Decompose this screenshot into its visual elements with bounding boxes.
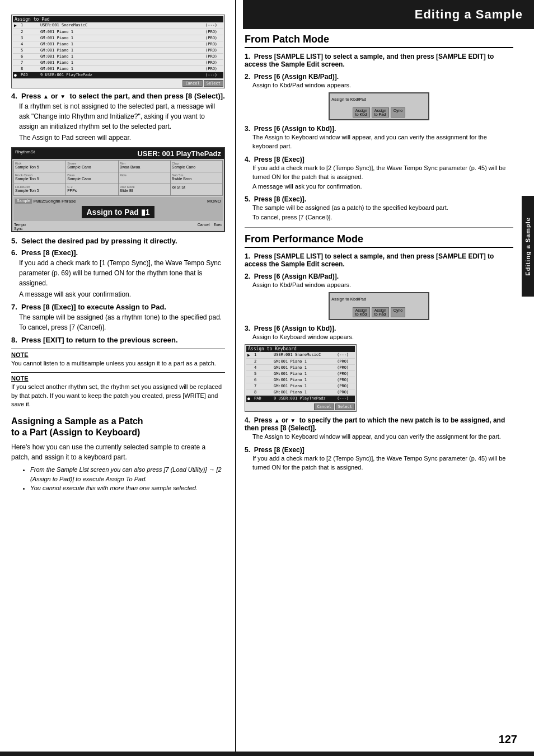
patch-step-4-note: A message will ask you for confirmation. <box>252 182 513 191</box>
patch-step-3: 3. Press [6 (Assign to Kbd)]. The Assign… <box>245 125 513 151</box>
bullet-1: From the Sample List screen you can also… <box>30 465 225 483</box>
assign-pad-label: Assign to Pad ▮1 <box>82 206 154 218</box>
kbd-pad-screen-1: Assign to Kbd/Pad Assignto Kbd Assignto … <box>245 92 513 120</box>
left-column: Assign to Pad ▶ 1 USER:001 SnareMusicC (… <box>0 0 235 752</box>
assign-keyboard-title: Assigning a Sample as a Patchto a Part (… <box>11 416 225 439</box>
kbd-screen-label-2: Assign to Kbd/Pad <box>331 295 366 301</box>
sync-btn[interactable]: Cyno <box>391 107 405 118</box>
assign-to-kbd-btn-2[interactable]: Assignto Kbd <box>353 307 370 317</box>
perf-step-5: 5. Press [8 (Exec)] If you add a check m… <box>245 446 513 472</box>
screen-row-6: 6 GM:001 Piano 1 (PRO) <box>13 54 223 60</box>
step-7-label: 7. Press [8 (Exec)] to execute Assign to… <box>11 303 225 311</box>
patch-step-2-label: 2. Press [6 (Assign KB/Pad)]. <box>245 73 513 81</box>
atk-row-6: 6 GM:001 Piano 1 (PRO) <box>246 377 355 383</box>
screen-row-1: ▶ 1 USER:001 SnareMusicC (---) <box>13 22 223 29</box>
atp-cell-disc: Disc Rock Slide Bl <box>119 184 170 195</box>
step-5-label: 5. Select the desired pad by pressing it… <box>11 237 225 245</box>
atk-row-7: 7 GM:001 Piano 1 (PRO) <box>246 383 355 389</box>
select-button[interactable]: Select <box>204 80 223 87</box>
note-box-2: NOTE If you select another rhythm set, t… <box>11 372 225 408</box>
assign-to-pad-btn-2[interactable]: Assignto Pad <box>372 307 389 317</box>
sample-tag: Sample <box>15 199 32 204</box>
from-patch-heading: From Patch Mode <box>245 34 513 48</box>
screen-row-2: 2 GM:001 Piano 1 (PRO) <box>13 29 223 35</box>
patch-step-4: 4. Press [8 (Exec)] If you add a check m… <box>245 156 513 191</box>
atk-row-1: ▶ 1 USER:001 SnareMusicC (---) <box>246 352 355 359</box>
atk-title: Assign to Keyboard <box>248 346 297 351</box>
perf-step-2-body: Assign to Kbd/Pad window appears. <box>252 280 513 290</box>
atk-select-btn[interactable]: Select <box>335 403 355 410</box>
step-4-label: 4. Press ▲ or ▼ to select the part, and … <box>11 92 225 100</box>
screen-title: Assign to Pad <box>15 17 50 22</box>
step-6: 6. Press [8 (Exec)]. If you add a check … <box>11 248 225 299</box>
bottom-bar <box>0 752 534 756</box>
atk-row-pad: ● PAD 9 USER:001 PlayThePadz (---) <box>246 396 355 402</box>
perf-step-4-body: The Assign to Keyboard window will appea… <box>252 432 513 442</box>
cancel-button[interactable]: Cancel <box>182 80 202 87</box>
assign-to-keyboard-screen: Assign to Keyboard ▶ 1 USER:001 SnareMus… <box>245 344 357 412</box>
atk-row-8: 8 GM:001 Piano 1 (PRO) <box>246 389 355 396</box>
atp-header-left: RhythmSt <box>15 149 35 158</box>
screen-buttons: Cancel Select <box>13 80 223 87</box>
bullet-2: You cannot execute this with more than o… <box>30 483 225 493</box>
atp-cell-sub: Sub 5m Bwkle Bron <box>171 172 222 184</box>
step-5: 5. Select the desired pad by pressing it… <box>11 237 225 245</box>
kbd-screen-btns-1: Assignto Kbd Assignto Pad Cyno <box>353 107 405 118</box>
assign-pad-label-wrap: Assign to Pad ▮1 <box>15 205 221 219</box>
assign-to-kbd-btn[interactable]: Assignto Kbd <box>353 107 370 118</box>
screen-row-pad: ● PAD 9 USER:001 PlayThePadz (---) <box>13 72 223 79</box>
atp-title: USER: 001 PlayThePadz <box>137 149 221 158</box>
tempo-sync-label: TempoSync <box>14 223 26 231</box>
patch-step-3-label: 3. Press [6 (Assign to Kbd)]. <box>245 125 513 133</box>
atp-cell-rim: Rim Bwaa Bwaa <box>119 161 170 172</box>
kbd-pad-screen-2: Assign to Kbd/Pad Assignto Kbd Assignto … <box>245 292 513 320</box>
kbd-pad-screen-img-2: Assign to Kbd/Pad Assignto Kbd Assignto … <box>329 292 429 320</box>
screen-row-8: 8 GM:001 Piano 1 (PRO) <box>13 66 223 72</box>
kbd-screen-label-1: Assign to Kbd/Pad <box>331 95 366 101</box>
sidebar-tab: Editing a Sample <box>522 196 534 297</box>
perf-step-3-body: Assign to Keyboard window appears. <box>252 332 513 342</box>
atp-grid: Kick Sample Ton 5 Snare Sample Cano Rim … <box>13 160 223 196</box>
atk-buttons: Cancel Select <box>246 403 355 410</box>
screen-row-3: 3 GM:001 Piano 1 (PRO) <box>13 35 223 41</box>
section-divider <box>245 227 513 228</box>
note-text-1: You cannot listen to a multisample unles… <box>11 359 225 368</box>
atk-row-4: 4 GM:001 Piano 1 (PRO) <box>246 365 355 371</box>
cancel-label[interactable]: Cancel <box>198 223 210 227</box>
patch-step-4-label: 4. Press [8 (Exec)] <box>245 156 513 163</box>
patch-step-5: 5. Press [8 (Exec)]. The sample will be … <box>245 195 513 222</box>
perf-step-3: 3. Press [6 (Assign to Kbd)]. Assign to … <box>245 325 513 412</box>
patch-step-2-body: Assign to Kbd/Pad window appears. <box>252 81 513 90</box>
atp-cell-rock-crash: Rock Crash Sample Ton 5 <box>14 172 65 184</box>
assign-keyboard-bullets: From the Sample List screen you can also… <box>21 465 225 493</box>
patch-step-2: 2. Press [6 (Assign KB/Pad)]. Assign to … <box>245 73 513 120</box>
step-6-note: A message will ask your confirmation. <box>19 289 225 299</box>
assign-to-pad-btn[interactable]: Assignto Pad <box>372 107 389 118</box>
sidebar-tab-label: Editing a Sample <box>524 217 531 276</box>
patch-step-4-body: If you add a check mark to [2 (Tempo Syn… <box>252 163 513 182</box>
atp-cell-c2: C 2 FPPs <box>66 184 118 195</box>
perf-step-3-label: 3. Press [6 (Assign to Kbd)]. <box>245 325 513 332</box>
perf-step-5-label: 5. Press [8 (Exec)] <box>245 446 513 454</box>
screen-row-5: 5 GM:001 Piano 1 (PRO) <box>13 48 223 54</box>
atp-footer: TempoSync Cancel Exec <box>12 222 224 231</box>
assign-to-pad-screen-small: Assign to Pad ▶ 1 USER:001 SnareMusicC (… <box>11 15 225 88</box>
atp-cell-bass: Bass Sample Cano <box>66 172 118 184</box>
note-text-2: If you select another rhythm set, the rh… <box>11 383 225 408</box>
step-6-body: If you add a check mark to [1 (Tempo Syn… <box>19 258 225 288</box>
perf-step-4: 4. Press ▲ or ▼ to specify the part to w… <box>245 416 513 442</box>
perf-step-5-body: If you add a check mark to [2 (Tempo Syn… <box>252 454 513 472</box>
atp-cell-snare: Snare Sample Cano <box>66 161 118 172</box>
exec-label[interactable]: Exec <box>213 223 222 227</box>
step-7-body: The sample will be assigned (as a rhythm… <box>19 312 225 332</box>
step-8-label: 8. Press [EXIT] to return to the previou… <box>11 336 225 344</box>
screen-row-7: 7 GM:001 Piano 1 (PRO) <box>13 60 223 66</box>
atk-cancel-btn[interactable]: Cancel <box>314 403 334 410</box>
sync-btn-2[interactable]: Cyno <box>391 307 405 317</box>
perf-step-1: 1. Press [SAMPLE LIST] to select a sampl… <box>245 252 513 268</box>
atk-row-5: 5 GM:001 Piano 1 (PRO) <box>246 371 355 377</box>
step-4: 4. Press ▲ or ▼ to select the part, and … <box>11 92 225 143</box>
perf-step-2: 2. Press [6 (Assign KB/Pad)]. Assign to … <box>245 273 513 320</box>
patch-step-1: 1. Press [SAMPLE LIST] to select a sampl… <box>245 53 513 68</box>
patch-step-5-label: 5. Press [8 (Exec)]. <box>245 195 513 203</box>
